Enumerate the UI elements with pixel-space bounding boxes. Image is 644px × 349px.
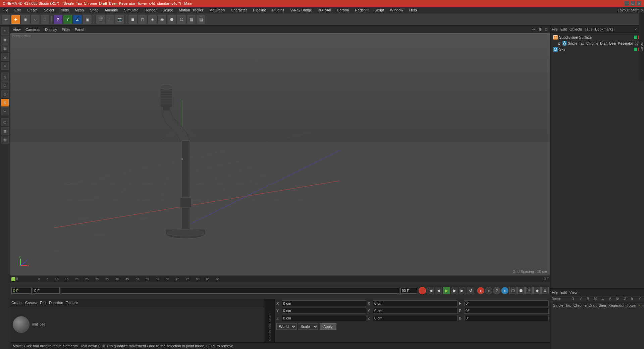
timeline-end-frame[interactable]: 90 F <box>400 288 417 294</box>
menu-corona[interactable]: Corona <box>336 8 350 12</box>
timeline-frame-field[interactable]: 0 F <box>33 288 60 294</box>
render-region-button[interactable]: 🎬 <box>96 15 105 24</box>
menu-create[interactable]: Create <box>26 8 39 12</box>
tool-polygon-mode[interactable]: ▤ <box>1 44 9 52</box>
obj-item-singletap[interactable]: ▸ Single_Tap_Chrome_Draft_Beer_Kegerator… <box>552 40 643 46</box>
menu-script[interactable]: Script <box>374 8 385 12</box>
coord-system-dropdown[interactable]: World Object Local <box>276 323 297 330</box>
vp-toolbar-filter[interactable]: Filter <box>61 27 71 32</box>
tool-edge-mode[interactable]: ▦ <box>1 36 9 44</box>
render-playback-button[interactable]: ◆ <box>533 287 541 294</box>
menu-simulate[interactable]: Simulate <box>123 8 140 12</box>
z-scale-input[interactable] <box>373 315 458 321</box>
add-button[interactable]: ✚ <box>11 15 20 24</box>
obj-tags[interactable]: Tags <box>585 27 592 31</box>
menu-sculpt[interactable]: Sculpt <box>162 8 174 12</box>
mat-function[interactable]: Function <box>49 301 63 305</box>
menu-snap[interactable]: Snap <box>89 8 100 12</box>
extra-button[interactable]: ≡ <box>541 287 549 294</box>
tool-object-mode[interactable]: □ <box>1 27 9 35</box>
world-button[interactable]: ▣ <box>83 15 92 24</box>
b-rotation-input[interactable] <box>464 315 549 321</box>
next-frame-button[interactable]: ▶ <box>451 287 458 294</box>
wireframe-button[interactable]: ◻ <box>138 15 147 24</box>
transform-mode-dropdown[interactable]: Scale Move Rotate <box>298 323 318 330</box>
tool-mesh[interactable]: ⬡ <box>1 118 9 126</box>
obj-expand-singletap[interactable]: ▸ <box>558 42 560 45</box>
tool-scale[interactable]: ◇ <box>1 90 9 98</box>
y-axis-button[interactable]: Y <box>63 15 72 24</box>
timeline-frame-input[interactable]: 0 F <box>11 288 32 294</box>
x-axis-button[interactable]: X <box>53 15 63 24</box>
timeline-scrubber[interactable] <box>61 288 399 294</box>
flat-shading-button[interactable]: ◉ <box>157 15 167 24</box>
tool-select[interactable]: ○ <box>1 62 9 70</box>
key1-button[interactable]: ⬡ <box>509 287 517 294</box>
gouraud-button[interactable]: ⬟ <box>167 15 176 24</box>
key3-button[interactable]: P <box>525 287 533 294</box>
menu-render[interactable]: Render <box>144 8 158 12</box>
menu-animate[interactable]: Animate <box>104 8 119 12</box>
hidden-lines-button[interactable]: ◈ <box>148 15 157 24</box>
grid-button[interactable]: ▦ <box>186 15 196 24</box>
menu-mograph[interactable]: MoGraph <box>208 8 226 12</box>
mat-corona[interactable]: Corona <box>25 301 37 305</box>
obj-edit[interactable]: Edit <box>560 27 567 31</box>
render-button[interactable]: 🎥 <box>105 15 115 24</box>
x-position-input[interactable] <box>282 300 366 306</box>
p-rotation-input[interactable] <box>464 308 549 314</box>
menu-redshift[interactable]: Redshift <box>354 8 369 12</box>
menu-tools[interactable]: Tools <box>59 8 70 12</box>
apply-button[interactable]: Apply <box>320 323 336 330</box>
obj-objects[interactable]: Objects <box>570 27 582 31</box>
material-preview-ball[interactable] <box>13 316 30 333</box>
menu-file[interactable]: File <box>1 8 9 12</box>
question-button[interactable]: ? <box>493 287 500 294</box>
layout-button[interactable]: ▤ <box>196 15 206 24</box>
obj-file[interactable]: File <box>552 27 558 31</box>
vp-ctrl-maximize[interactable]: □ <box>544 27 548 32</box>
minimize-button[interactable]: — <box>625 1 629 6</box>
motion-button[interactable]: ● <box>501 287 508 294</box>
close-button[interactable]: ✕ <box>637 1 641 6</box>
vp-toolbar-display[interactable]: Display <box>44 27 58 32</box>
record-anim-button[interactable]: ● <box>477 287 484 294</box>
menu-window[interactable]: Window <box>389 8 404 12</box>
record-button[interactable] <box>419 287 426 294</box>
menu-help[interactable]: Help <box>408 8 418 12</box>
menu-vray-bridge[interactable]: V-Ray Bridge <box>289 8 313 12</box>
tool-point-mode[interactable]: △ <box>1 53 9 61</box>
vp-toolbar-view[interactable]: View <box>12 27 22 32</box>
vp-toolbar-panel[interactable]: Panel <box>74 27 85 32</box>
menu-edit[interactable]: Edit <box>13 8 22 12</box>
y-position-input[interactable] <box>282 308 366 314</box>
vertical-browser-tabs[interactable]: Layers <box>639 13 644 81</box>
mat-edit[interactable]: Edit <box>40 301 46 305</box>
vp-ctrl-move[interactable]: ⇔ <box>531 27 536 32</box>
menu-motion-tracker[interactable]: Motion Tracker <box>178 8 204 12</box>
obj-bookmarks[interactable]: Bookmarks <box>595 27 613 31</box>
tool-paint[interactable]: ▤ <box>1 136 9 144</box>
maximize-button[interactable]: □ <box>631 1 635 6</box>
menu-pipeline[interactable]: Pipeline <box>252 8 267 12</box>
menu-3dtoall[interactable]: 3DToAll <box>317 8 332 12</box>
mat-create[interactable]: Create <box>11 301 22 305</box>
tool-knife[interactable]: ~ <box>1 107 9 115</box>
tool-transform[interactable]: △ <box>1 72 9 81</box>
attr-row-singletap[interactable]: Single_Tap_Chrome_Draft_Beer_Kegerator_T… <box>552 303 643 308</box>
prev-frame-button[interactable]: ◀ <box>435 287 442 294</box>
key2-button[interactable]: ⬢ <box>517 287 525 294</box>
mat-texture[interactable]: Texture <box>66 301 78 305</box>
render-to-picture-viewer[interactable]: 📷 <box>115 15 124 24</box>
object-button[interactable]: ⊕ <box>21 15 30 24</box>
viewport-canvas[interactable]: Perspective <box>10 33 550 276</box>
layer-tab[interactable]: Layers <box>640 42 643 51</box>
undo-button[interactable]: ↩ <box>1 15 11 24</box>
tool-spline[interactable]: ▦ <box>1 127 9 135</box>
play-button[interactable]: ▶ <box>443 287 450 294</box>
attr-file[interactable]: File <box>552 290 558 294</box>
menu-character[interactable]: Character <box>230 8 248 12</box>
vp-toolbar-cameras[interactable]: Cameras <box>24 27 42 32</box>
loop-button[interactable]: ↺ <box>467 287 474 294</box>
x-scale-input[interactable] <box>373 300 458 306</box>
